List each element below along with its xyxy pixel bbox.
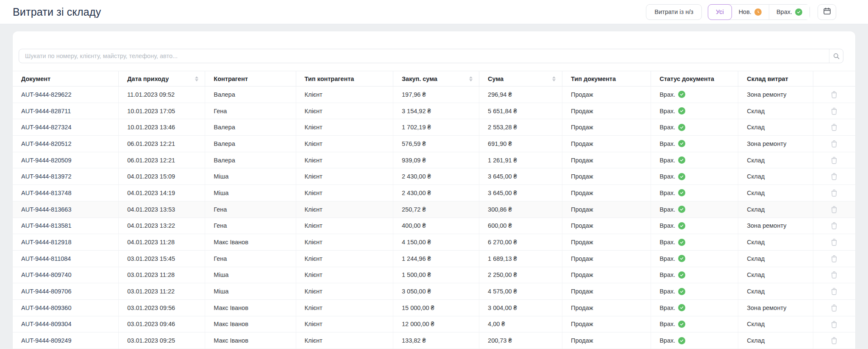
warehouse-cell: Склад [738, 267, 813, 283]
delete-cell[interactable] [813, 87, 855, 103]
trash-icon[interactable] [831, 173, 837, 180]
table-row[interactable]: AUT-9444-81291804.01.2023 11:28Макс Іван… [13, 234, 855, 251]
table-row[interactable]: AUT-9444-81374804.01.2023 14:19МішаКлієн… [13, 185, 855, 201]
table-row[interactable]: AUT-9444-82962211.01.2023 09:52ВалераКлі… [13, 87, 855, 103]
contractor-cell: Макс Іванов [205, 299, 296, 316]
delete-cell[interactable] [813, 136, 855, 152]
contractor-type-cell: Клієнт [296, 136, 393, 152]
delete-cell[interactable] [813, 316, 855, 332]
doc-type-cell: Продаж [562, 234, 651, 251]
document-cell: AUT-9444-820509 [13, 152, 119, 168]
filter-tab-new[interactable]: Нов. [732, 5, 769, 20]
trash-icon[interactable] [831, 321, 837, 328]
status-cell: Врах. [651, 136, 738, 152]
sum-cell: 4 575,00 ₴ [479, 283, 562, 300]
doc-type-cell: Продаж [562, 283, 651, 300]
doc-type-cell: Продаж [562, 267, 651, 283]
topbar-actions: Витрати із н/з Усі Нов. Врах. [646, 4, 836, 20]
table-header: Документ Дата приходу Контрагент Тип кон… [13, 71, 855, 87]
trash-icon[interactable] [831, 140, 837, 148]
trash-icon[interactable] [831, 337, 837, 344]
table-row[interactable]: AUT-9444-80970603.01.2023 11:22МішаКлієн… [13, 283, 855, 300]
sum-cell: 3 004,00 ₴ [479, 299, 562, 316]
delete-cell[interactable] [813, 283, 855, 300]
status-cell: Врах. [651, 152, 738, 168]
contractor-type-cell: Клієнт [296, 316, 393, 332]
delete-cell[interactable] [813, 119, 855, 136]
purchase-sum-cell: 2 430,00 ₴ [393, 168, 479, 185]
trash-icon[interactable] [831, 222, 837, 229]
contractor-cell: Міша [205, 283, 296, 300]
doc-type-cell: Продаж [562, 119, 651, 136]
sum-cell: 6 270,00 ₴ [479, 234, 562, 251]
purchase-sum-cell: 400,00 ₴ [393, 218, 479, 234]
delete-cell[interactable] [813, 218, 855, 234]
delete-cell[interactable] [813, 185, 855, 201]
table-row[interactable]: AUT-9444-82732410.01.2023 13:46ВалераКлі… [13, 119, 855, 136]
delete-cell[interactable] [813, 152, 855, 168]
delete-cell[interactable] [813, 103, 855, 119]
trash-icon[interactable] [831, 304, 837, 312]
sort-icon[interactable] [195, 76, 198, 81]
col-doc-type: Тип документа [562, 71, 651, 87]
trash-icon[interactable] [831, 156, 837, 164]
status-label: Врах. [659, 173, 675, 180]
search-icon[interactable] [829, 49, 843, 63]
delete-cell[interactable] [813, 332, 855, 349]
table-row[interactable]: AUT-9444-81108403.01.2023 15:45ГенаКлієн… [13, 250, 855, 267]
doc-type-cell: Продаж [562, 103, 651, 119]
trash-icon[interactable] [831, 255, 837, 262]
status-cell: Врах. [651, 103, 738, 119]
filter-tab-all[interactable]: Усі [708, 4, 732, 20]
check-icon [678, 337, 685, 344]
contractor-cell: Міша [205, 267, 296, 283]
table-row[interactable]: AUT-9444-82051206.01.2023 12:21ВалераКлі… [13, 136, 855, 152]
filter-tab-accounted[interactable]: Врах. [769, 5, 810, 20]
table-row[interactable]: AUT-9444-81358104.01.2023 13:22ГенаКлієн… [13, 218, 855, 234]
purchase-sum-cell: 1 244,96 ₴ [393, 250, 479, 267]
delete-cell[interactable] [813, 168, 855, 185]
trash-icon[interactable] [831, 107, 837, 115]
table-row[interactable]: AUT-9444-80930403.01.2023 09:46Макс Іван… [13, 316, 855, 332]
arrival-date-cell: 10.01.2023 13:46 [119, 119, 205, 136]
document-cell: AUT-9444-809249 [13, 332, 119, 349]
delete-cell[interactable] [813, 250, 855, 267]
delete-cell[interactable] [813, 299, 855, 316]
status-label: Врах. [659, 239, 675, 246]
delete-cell[interactable] [813, 234, 855, 251]
sum-cell: 296,94 ₴ [479, 87, 562, 103]
sum-cell: 200,73 ₴ [479, 332, 562, 349]
trash-icon[interactable] [831, 271, 837, 279]
check-icon [795, 8, 802, 16]
contractor-type-cell: Клієнт [296, 218, 393, 234]
contractor-cell: Міша [205, 185, 296, 201]
trash-icon[interactable] [831, 123, 837, 131]
doc-type-cell: Продаж [562, 299, 651, 316]
table-row[interactable]: AUT-9444-82871110.01.2023 17:05ГенаКлієн… [13, 103, 855, 119]
sort-icon[interactable] [552, 76, 556, 81]
trash-icon[interactable] [831, 238, 837, 246]
contractor-cell: Міша [205, 168, 296, 185]
status-cell: Врах. [651, 185, 738, 201]
table-row[interactable]: AUT-9444-82050906.01.2023 12:21ВалераКлі… [13, 152, 855, 168]
trash-icon[interactable] [831, 189, 837, 197]
table-row[interactable]: AUT-9444-80924903.01.2023 09:25Макс Іван… [13, 332, 855, 349]
document-cell: AUT-9444-809360 [13, 299, 119, 316]
table-row[interactable]: AUT-9444-81397204.01.2023 15:09МішаКлієн… [13, 168, 855, 185]
delete-cell[interactable] [813, 267, 855, 283]
document-cell: AUT-9444-809304 [13, 316, 119, 332]
arrival-date-cell: 03.01.2023 09:25 [119, 332, 205, 349]
expenses-nz-button[interactable]: Витрати із н/з [646, 4, 702, 20]
topbar: Витрати зі складу Витрати із н/з Усі Нов… [0, 0, 868, 24]
check-icon [678, 288, 685, 295]
search-input[interactable] [19, 49, 829, 63]
table-row[interactable]: AUT-9444-80974003.01.2023 11:28МішаКлієн… [13, 267, 855, 283]
trash-icon[interactable] [831, 206, 837, 213]
table-row[interactable]: AUT-9444-80936003.01.2023 09:56Макс Іван… [13, 299, 855, 316]
delete-cell[interactable] [813, 201, 855, 218]
table-row[interactable]: AUT-9444-81366304.01.2023 13:53ГенаКлієн… [13, 201, 855, 218]
trash-icon[interactable] [831, 288, 837, 295]
trash-icon[interactable] [831, 91, 837, 98]
calendar-button[interactable] [818, 4, 836, 20]
sort-icon[interactable] [469, 76, 473, 81]
